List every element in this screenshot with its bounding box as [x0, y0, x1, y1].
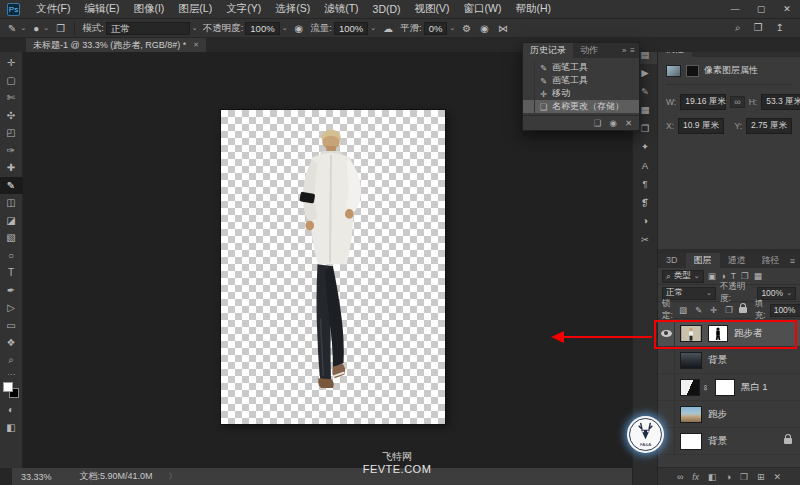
- smoothing-input[interactable]: 0%: [424, 22, 448, 35]
- menu-window[interactable]: 窗口(W): [457, 2, 509, 16]
- pixel-filter-icon[interactable]: ▣: [707, 271, 717, 281]
- character-panel-icon[interactable]: A: [633, 156, 658, 175]
- foreground-color-swatch[interactable]: [3, 382, 13, 392]
- glyphs-panel-icon[interactable]: ❡: [633, 193, 658, 212]
- new-document-from-state-icon[interactable]: ❏: [594, 118, 602, 128]
- layer-name[interactable]: 背景: [708, 435, 784, 448]
- share-icon[interactable]: ↥: [774, 22, 786, 34]
- zoom-tool[interactable]: ⌕: [0, 352, 23, 370]
- brush-preset-picker[interactable]: ● ⌄: [31, 23, 49, 34]
- visibility-toggle[interactable]: [658, 374, 675, 401]
- marquee-tool[interactable]: ▢: [0, 72, 23, 90]
- history-source-cell[interactable]: [523, 87, 535, 100]
- layer-thumbnail[interactable]: [680, 352, 702, 369]
- new-snapshot-icon[interactable]: ◉: [609, 118, 616, 128]
- adjustment-filter-icon[interactable]: ◑: [720, 271, 727, 281]
- history-source-cell[interactable]: [523, 74, 535, 87]
- mask-link-icon[interactable]: ∞: [701, 384, 710, 390]
- tab-layers[interactable]: 图层: [686, 253, 720, 268]
- healing-brush-tool[interactable]: ✚: [0, 159, 23, 177]
- tab-actions[interactable]: 动作: [573, 43, 605, 58]
- flow-input[interactable]: 100%: [334, 22, 368, 35]
- airbrush-icon[interactable]: ☁: [381, 23, 395, 34]
- document-canvas[interactable]: [221, 110, 445, 424]
- screen-mode-toggle[interactable]: ◧: [0, 419, 23, 437]
- tool-presets-panel-icon[interactable]: ✂: [633, 230, 658, 249]
- tool-preset-picker[interactable]: ✎ ⌄: [6, 23, 26, 34]
- chevron-down-icon[interactable]: ⌄: [370, 24, 376, 32]
- layer-thumbnail[interactable]: [680, 406, 702, 423]
- history-step-selected[interactable]: ❏ 名称更改（存储）: [523, 100, 639, 113]
- menu-layer[interactable]: 图层(L): [171, 2, 219, 16]
- visibility-toggle[interactable]: [658, 347, 675, 374]
- lock-position-icon[interactable]: ✛: [709, 305, 718, 315]
- close-button[interactable]: ✕: [774, 4, 800, 14]
- chevron-down-icon[interactable]: ⌄: [449, 24, 455, 32]
- fill-input[interactable]: 100% ⌄: [770, 304, 800, 317]
- history-step[interactable]: ✎ 画笔工具: [523, 61, 639, 74]
- height-input[interactable]: 53.3 厘米: [761, 94, 800, 110]
- crop-tool[interactable]: ◰: [0, 124, 23, 142]
- collapse-panel-icon[interactable]: »: [622, 46, 626, 55]
- menu-filter[interactable]: 滤镜(T): [317, 2, 365, 16]
- delete-state-icon[interactable]: ✕: [625, 118, 632, 128]
- layer-filter-select[interactable]: ⌕ 类型 ⌄: [662, 270, 704, 283]
- history-step[interactable]: ✛ 移动: [523, 87, 639, 100]
- smart-object-filter-icon[interactable]: ▦: [753, 271, 763, 281]
- path-select-tool[interactable]: ▷: [0, 299, 23, 317]
- lock-image-icon[interactable]: ✎: [694, 305, 703, 315]
- layer-name[interactable]: 黑白 1: [741, 381, 796, 394]
- menu-view[interactable]: 视图(V): [408, 2, 457, 16]
- libraries-panel-icon[interactable]: ✦: [633, 138, 658, 157]
- paragraph-panel-icon[interactable]: ¶: [633, 175, 658, 194]
- edit-toolbar-icon[interactable]: ⋯: [0, 369, 23, 379]
- eraser-tool[interactable]: ◪: [0, 212, 23, 230]
- lasso-tool[interactable]: ✄: [0, 89, 23, 107]
- minimize-button[interactable]: —: [722, 4, 748, 14]
- move-tool[interactable]: ✛: [0, 54, 23, 72]
- gradient-tool[interactable]: ▧: [0, 229, 23, 247]
- workspace-switcher-icon[interactable]: ❒: [752, 22, 765, 34]
- paint-symmetry-icon[interactable]: ⋈: [496, 23, 510, 34]
- menu-image[interactable]: 图像(I): [126, 2, 171, 16]
- brush-tool[interactable]: ✎: [0, 177, 23, 195]
- smoothing-gear-icon[interactable]: ⚙: [460, 23, 473, 34]
- layer-effects-icon[interactable]: fx: [692, 472, 699, 482]
- panel-menu-icon[interactable]: ≡: [630, 46, 635, 55]
- link-layers-icon[interactable]: ∞: [677, 472, 683, 482]
- tab-close-icon[interactable]: ✕: [193, 41, 199, 49]
- lock-artboard-icon[interactable]: ❐: [724, 305, 734, 315]
- x-input[interactable]: 10.9 厘米: [678, 118, 724, 134]
- shape-tool[interactable]: ▭: [0, 317, 23, 335]
- history-source-cell[interactable]: [523, 100, 535, 113]
- menu-type[interactable]: 文字(Y): [219, 2, 268, 16]
- zoom-level-field[interactable]: 33.33%: [21, 472, 52, 482]
- layer-row-background-copy[interactable]: 背景: [658, 347, 800, 374]
- y-input[interactable]: 2.75 厘米: [746, 118, 792, 134]
- lock-all-icon[interactable]: [739, 307, 747, 313]
- history-source-cell[interactable]: [523, 61, 535, 74]
- width-input[interactable]: 19.16 厘米: [680, 94, 726, 110]
- menu-help[interactable]: 帮助(H): [509, 2, 559, 16]
- shape-filter-icon[interactable]: ❐: [740, 271, 750, 281]
- tab-channels[interactable]: 通道: [720, 253, 754, 268]
- hand-tool[interactable]: ❖: [0, 334, 23, 352]
- tab-history[interactable]: 历史记录: [523, 43, 573, 58]
- panel-menu-icon[interactable]: ≡: [790, 256, 800, 266]
- layer-name[interactable]: 背景: [708, 354, 796, 367]
- pen-tool[interactable]: ✒: [0, 282, 23, 300]
- pressure-size-icon[interactable]: ◉: [478, 23, 491, 34]
- menu-file[interactable]: 文件(F): [29, 2, 77, 16]
- search-icon[interactable]: ⌕: [733, 22, 743, 34]
- layer-thumbnail[interactable]: [680, 433, 702, 450]
- document-tab[interactable]: 未标题-1 @ 33.3% (跑步者, RGB/8#) * ✕: [26, 38, 206, 52]
- layer-row-background[interactable]: 背景: [658, 428, 800, 455]
- new-adjustment-layer-icon[interactable]: ◑: [725, 472, 730, 482]
- link-dimensions-icon[interactable]: ∞: [730, 96, 744, 108]
- menu-select[interactable]: 选择(S): [268, 2, 317, 16]
- maximize-button[interactable]: ▢: [748, 4, 774, 14]
- eyedropper-tool[interactable]: ✑: [0, 142, 23, 160]
- chevron-down-icon[interactable]: ⌄: [282, 24, 288, 32]
- brush-panel-toggle-icon[interactable]: ❒: [54, 23, 67, 34]
- color-swatches[interactable]: [3, 382, 19, 398]
